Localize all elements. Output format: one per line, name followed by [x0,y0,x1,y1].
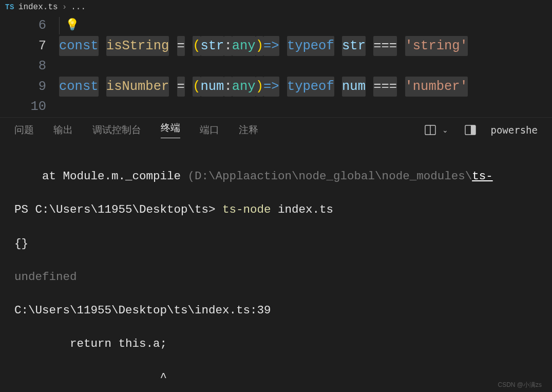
terminal-shell-label[interactable]: powershe [490,124,538,136]
line-number: 7 [0,36,59,57]
terminal-output[interactable]: at Module.m._compile (D:\Applaaction\nod… [0,142,552,392]
line-number: 6 [0,15,59,36]
tab-ports[interactable]: 端口 [200,123,219,137]
line-number: 9 [0,77,59,97]
panel-tabs: 问题 输出 调试控制台 终端 端口 注释 ⌄ powershe [0,118,552,142]
code-line-10[interactable]: 10 [0,97,552,117]
panel-layout-icon[interactable] [465,125,476,135]
line-number: 10 [0,97,59,117]
code-line-7[interactable]: 7 const isString = (str:any)=> typeof st… [0,36,552,57]
code-editor[interactable]: 6 💡 7 const isString = (str:any)=> typeo… [0,14,552,117]
code-content[interactable]: const isNumber = (num:any)=> typeof num … [59,77,468,97]
code-line-6[interactable]: 6 💡 [0,15,552,36]
code-content[interactable]: const isString = (str:any)=> typeof str … [59,36,468,57]
breadcrumb-trail[interactable]: ... [71,3,86,12]
chevron-down-icon[interactable]: ⌄ [442,126,448,134]
svg-rect-3 [471,125,475,134]
lightbulb-icon[interactable]: 💡 [65,17,79,34]
tab-output[interactable]: 输出 [53,123,73,137]
tab-comments[interactable]: 注释 [239,123,258,137]
breadcrumb: TS index.ts › ... [0,0,552,14]
ts-file-icon: TS [5,3,14,11]
line-number: 8 [0,56,59,77]
breadcrumb-file[interactable]: index.ts [18,3,58,12]
bottom-panel: 问题 输出 调试控制台 终端 端口 注释 ⌄ powershe at Modul… [0,117,552,392]
tab-problems[interactable]: 问题 [14,123,34,137]
watermark: CSDN @小满zs [498,381,542,389]
split-editor-icon[interactable] [425,125,436,135]
tab-terminal[interactable]: 终端 [161,121,180,138]
breadcrumb-separator: › [62,3,67,12]
code-line-9[interactable]: 9 const isNumber = (num:any)=> typeof nu… [0,77,552,97]
code-line-8[interactable]: 8 [0,56,552,77]
tab-debug-console[interactable]: 调试控制台 [92,123,141,137]
